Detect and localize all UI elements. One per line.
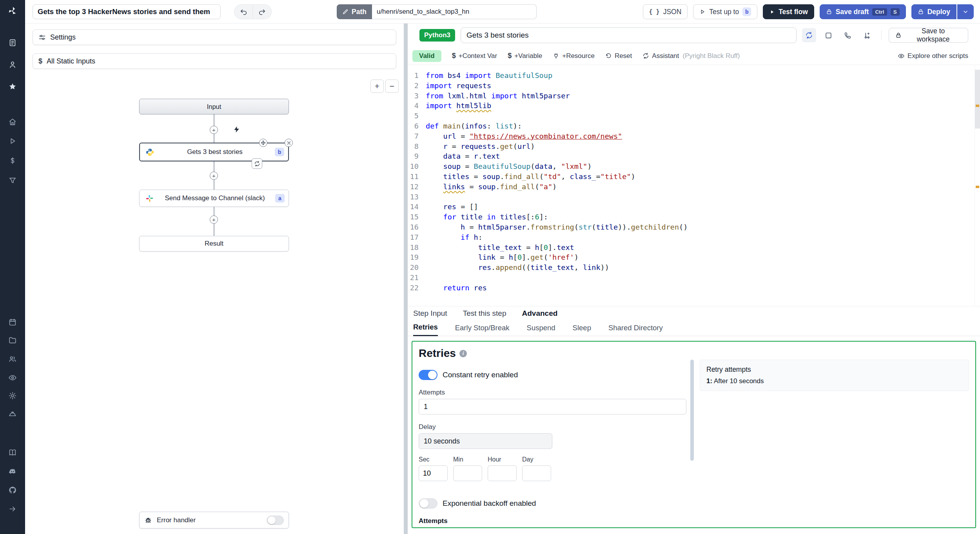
tab-test-this-step[interactable]: Test this step [463, 309, 506, 318]
path-input[interactable] [372, 4, 537, 19]
subtab-early-stop-break[interactable]: Early Stop/Break [455, 324, 510, 336]
all-static-inputs-button[interactable]: $ All Static Inputs [33, 53, 396, 69]
folder-icon[interactable] [7, 335, 18, 345]
subtab-retries[interactable]: Retries [413, 323, 438, 336]
add-step-button[interactable]: + [210, 126, 218, 134]
json-button[interactable]: { } JSON [643, 4, 688, 19]
code-line[interactable]: from bs4 import BeautifulSoup [426, 71, 980, 81]
test-up-to-button[interactable]: Test up to b [693, 4, 757, 19]
subtab-sleep[interactable]: Sleep [573, 324, 591, 336]
diff-icon[interactable] [860, 28, 874, 42]
tab-advanced[interactable]: Advanced [522, 309, 558, 318]
users-icon[interactable] [7, 354, 18, 364]
sec-input[interactable] [419, 465, 448, 481]
step-title-input[interactable] [461, 27, 797, 43]
square-icon[interactable] [822, 28, 835, 42]
github-icon[interactable] [7, 485, 18, 495]
worker-helmet-icon[interactable] [7, 409, 18, 420]
discord-icon[interactable] [7, 466, 18, 476]
redo-button[interactable] [253, 4, 272, 19]
undo-button[interactable] [234, 4, 253, 19]
error-handler-toggle[interactable] [267, 516, 284, 525]
flow-node-result[interactable]: Result [139, 236, 289, 252]
code-line[interactable]: link = h[0].get('href') [426, 252, 980, 262]
flow-node-error-handler[interactable]: Error handler [139, 512, 289, 529]
attempts-input[interactable] [419, 399, 686, 415]
code-line[interactable] [426, 192, 980, 202]
calendar-icon[interactable] [7, 317, 18, 327]
flow-graph-panel[interactable]: Settings $ All Static Inputs + − Input + [25, 24, 404, 534]
subtab-suspend[interactable]: Suspend [527, 324, 555, 336]
gear-icon[interactable] [7, 391, 18, 401]
hour-input[interactable] [488, 465, 517, 481]
tab-step-input[interactable]: Step Input [413, 309, 447, 318]
add-step-button[interactable]: + [210, 172, 218, 180]
day-input[interactable] [522, 465, 551, 481]
star-icon[interactable] [7, 81, 18, 92]
windmill-logo[interactable] [7, 6, 18, 16]
min-input[interactable] [453, 465, 482, 481]
code-line[interactable]: data = r.text [426, 151, 980, 161]
code-line[interactable]: import requests [426, 81, 980, 91]
dollar-icon[interactable] [7, 156, 18, 166]
expand-sidebar-icon[interactable] [7, 504, 18, 514]
sync-icon[interactable] [802, 28, 816, 42]
list-icon[interactable] [7, 38, 18, 48]
phone-icon[interactable] [841, 28, 855, 42]
code-line[interactable]: from lxml.html import html5parser [426, 91, 980, 101]
code-line[interactable]: res.append((title_text, link)) [426, 262, 980, 273]
test-flow-button[interactable]: Test flow [763, 4, 814, 19]
info-icon[interactable]: i [459, 350, 467, 357]
flow-node-send-message-to-channel[interactable]: Send Message to Channel (slack) a [139, 190, 289, 207]
zoom-out-button[interactable]: − [385, 80, 399, 93]
save-to-workspace-button[interactable]: Save to workspace [889, 28, 968, 43]
code-line[interactable]: res = [] [426, 202, 980, 212]
code-line[interactable]: title_text = h[0].text [426, 243, 980, 253]
constant-retry-toggle[interactable] [419, 370, 437, 380]
add-resource-button[interactable]: +Resource [553, 52, 595, 60]
code-content[interactable]: from bs4 import BeautifulSoupimport requ… [426, 71, 980, 306]
flow-settings-button[interactable]: Settings [33, 29, 396, 45]
move-node-icon[interactable] [259, 139, 267, 147]
explore-other-scripts-button[interactable]: Explore other scripts [898, 52, 968, 60]
flow-title-input[interactable] [33, 4, 221, 19]
code-line[interactable] [426, 111, 980, 121]
deploy-button[interactable]: Deploy [911, 4, 956, 19]
code-line[interactable]: h = html5parser.fromstring(str(title)).g… [426, 222, 980, 232]
flow-node-input[interactable]: Input [139, 99, 289, 114]
code-line[interactable]: soup = BeautifulSoup(data, "lxml") [426, 161, 980, 172]
code-editor[interactable]: 12345678910111213141516171819202122 from… [408, 65, 980, 306]
save-draft-button[interactable]: Save draft Ctrl S [820, 4, 906, 19]
play-icon[interactable] [7, 136, 18, 146]
flow-node-gets-3-best-stories[interactable]: Gets 3 best stories b [139, 143, 289, 161]
retry-indicator-icon[interactable] [252, 158, 262, 169]
funnel-icon[interactable] [7, 176, 18, 186]
bolt-icon[interactable] [233, 126, 240, 133]
editor-scrollbar-thumb[interactable] [975, 70, 980, 129]
home-icon[interactable] [7, 117, 18, 127]
subtab-shared-directory[interactable]: Shared Directory [608, 324, 663, 336]
exponential-backoff-toggle[interactable] [419, 498, 437, 509]
code-line[interactable]: links = soup.find_all("a") [426, 182, 980, 192]
add-step-button[interactable]: + [210, 215, 218, 224]
code-line[interactable]: import html5lib [426, 101, 980, 111]
code-line[interactable]: for title in titles[:6]: [426, 212, 980, 222]
code-line[interactable]: r = requests.get(url) [426, 141, 980, 152]
book-icon[interactable] [7, 447, 18, 458]
delay-input[interactable] [419, 433, 552, 449]
deploy-menu-button[interactable] [957, 4, 974, 19]
assistant-button[interactable]: Assistant (Pyright Black Ruff) [642, 52, 740, 60]
code-line[interactable]: url = "https://news.ycombinator.com/news… [426, 131, 980, 141]
code-line[interactable] [426, 273, 980, 283]
path-label-pill[interactable]: Path [337, 4, 372, 19]
zoom-in-button[interactable]: + [370, 80, 384, 93]
user-icon[interactable] [7, 60, 18, 70]
code-line[interactable]: return res [426, 283, 980, 293]
reset-button[interactable]: Reset [605, 52, 632, 60]
add-context-var-button[interactable]: $ +Context Var [452, 52, 497, 60]
add-variable-button[interactable]: $ +Variable [508, 52, 542, 60]
panel-resize-handle[interactable] [404, 24, 408, 534]
eye-icon[interactable] [7, 373, 18, 383]
code-line[interactable]: if h: [426, 232, 980, 243]
panel-scrollbar[interactable] [690, 360, 694, 461]
